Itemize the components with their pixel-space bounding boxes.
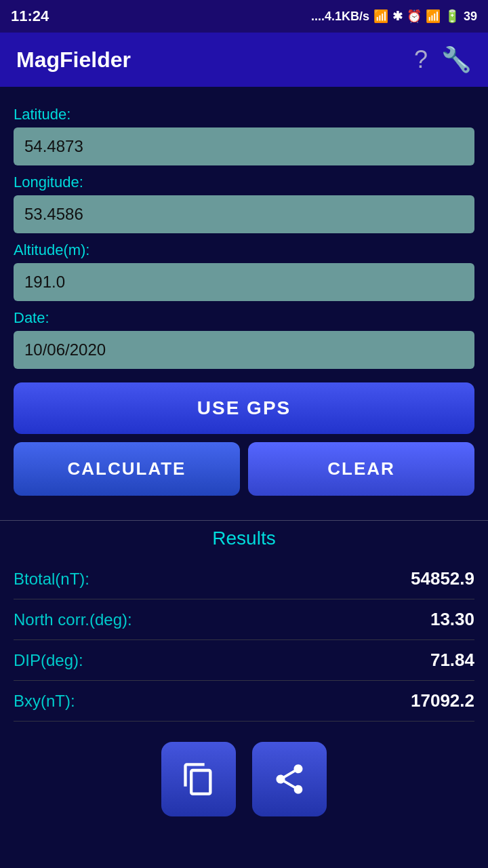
- action-row: CALCULATE CLEAR: [14, 442, 474, 496]
- clear-button[interactable]: CLEAR: [248, 442, 474, 496]
- wifi-icon: 📶: [373, 9, 388, 24]
- section-divider: [0, 520, 488, 521]
- alarm-icon: ⏰: [407, 9, 422, 24]
- altitude-label: Altitude(m):: [14, 241, 474, 259]
- date-field-group: Date:: [14, 309, 474, 369]
- latitude-field-group: Latitude:: [14, 106, 474, 165]
- result-row-btotal: Btotal(nT): 54852.9: [14, 559, 474, 599]
- results-title: Results: [14, 528, 474, 549]
- btotal-value: 54852.9: [411, 568, 474, 589]
- copy-icon: [181, 762, 216, 797]
- altitude-field-group: Altitude(m):: [14, 241, 474, 301]
- dip-label: DIP(deg):: [14, 651, 83, 670]
- date-label: Date:: [14, 309, 474, 327]
- status-bar: 11:24 ....4.1KB/s 📶 ✱ ⏰ 📶 🔋 39: [0, 0, 488, 33]
- share-button[interactable]: [252, 742, 327, 816]
- battery-icon: 🔋: [445, 9, 460, 24]
- latitude-input[interactable]: [14, 127, 474, 165]
- north-value: 13.30: [430, 609, 474, 630]
- longitude-input[interactable]: [14, 195, 474, 233]
- status-right: ....4.1KB/s 📶 ✱ ⏰ 📶 🔋 39: [311, 9, 477, 24]
- bxy-value: 17092.2: [411, 690, 474, 711]
- share-icon: [272, 762, 307, 797]
- bottom-actions: [0, 742, 488, 837]
- result-row-north: North corr.(deg): 13.30: [14, 599, 474, 640]
- app-bar-actions: ? 🔧: [414, 45, 472, 74]
- signal-icon: 📶: [426, 9, 441, 24]
- bxy-label: Bxy(nT):: [14, 692, 75, 711]
- altitude-input[interactable]: [14, 263, 474, 301]
- status-time: 11:24: [11, 7, 49, 25]
- network-speed: ....4.1KB/s: [311, 9, 369, 24]
- north-label: North corr.(deg):: [14, 610, 132, 629]
- battery-level: 39: [464, 9, 477, 24]
- latitude-label: Latitude:: [14, 106, 474, 123]
- app-title: MagFielder: [16, 47, 131, 73]
- result-row-bxy: Bxy(nT): 17092.2: [14, 681, 474, 722]
- help-button[interactable]: ?: [414, 45, 428, 74]
- copy-button[interactable]: [161, 742, 236, 816]
- results-section: Results Btotal(nT): 54852.9 North corr.(…: [0, 528, 488, 722]
- calculate-button[interactable]: CALCULATE: [14, 442, 240, 496]
- use-gps-button[interactable]: USE GPS: [14, 382, 474, 434]
- app-bar: MagFielder ? 🔧: [0, 33, 488, 87]
- main-form: Latitude: Longitude: Altitude(m): Date: …: [0, 87, 488, 507]
- settings-button[interactable]: 🔧: [441, 45, 472, 74]
- longitude-field-group: Longitude:: [14, 174, 474, 233]
- dip-value: 71.84: [430, 650, 474, 671]
- longitude-label: Longitude:: [14, 174, 474, 191]
- date-input[interactable]: [14, 331, 474, 369]
- bluetooth-icon: ✱: [392, 9, 403, 24]
- btotal-label: Btotal(nT):: [14, 570, 89, 589]
- result-row-dip: DIP(deg): 71.84: [14, 640, 474, 681]
